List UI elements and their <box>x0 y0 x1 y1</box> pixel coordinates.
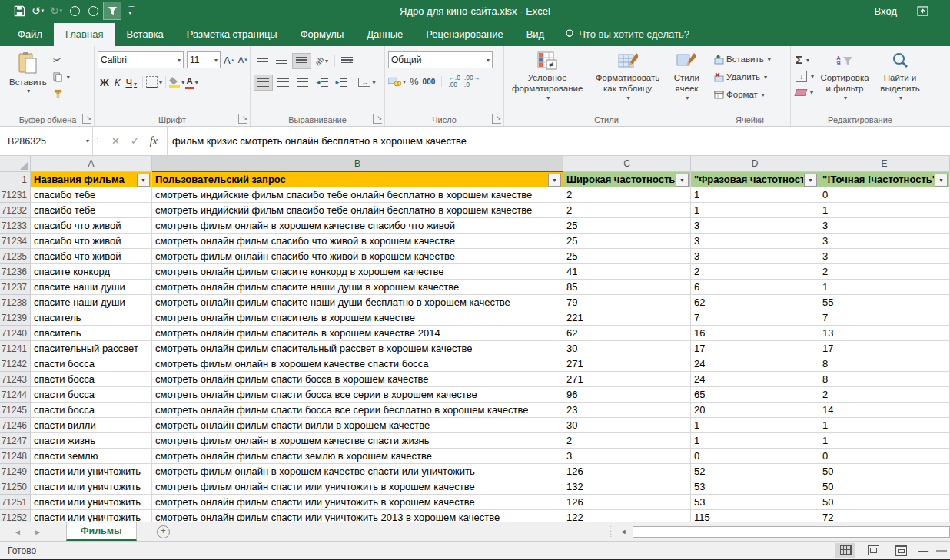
header-cell-E[interactable]: "!Точная !частотность" <box>819 172 950 187</box>
cell-D71238[interactable]: 62 <box>691 295 819 310</box>
percent-style-button[interactable]: % <box>410 76 419 88</box>
cell-D71235[interactable]: 3 <box>691 249 819 264</box>
decrease-font-icon[interactable]: A▼ <box>238 55 248 65</box>
alignment-dialog-launcher-icon[interactable]: ↘ <box>373 114 382 124</box>
cell-C71250[interactable]: 132 <box>563 479 691 495</box>
cell-B71235[interactable]: смотреть фильм онлайн спасибо что живой … <box>152 249 563 264</box>
italic-button[interactable]: К <box>112 77 123 88</box>
sign-in-link[interactable]: Вход <box>875 5 897 17</box>
insert-function-icon[interactable]: fx <box>150 135 158 147</box>
decrease-indent-icon[interactable]: ◄ <box>313 75 331 90</box>
cell-B71232[interactable]: смотреть индийский фильм спасибо тебе он… <box>152 203 563 218</box>
cell-E71242[interactable]: 8 <box>819 356 950 372</box>
cell-A71240[interactable]: спаситель <box>31 326 152 341</box>
fill-color-button[interactable] <box>169 77 184 88</box>
decrease-decimal-icon[interactable]: .00→.0 <box>464 75 480 88</box>
font-name-combo[interactable]: Calibri <box>98 51 184 68</box>
cell-E71245[interactable]: 14 <box>819 403 950 418</box>
filter-dropdown-icon[interactable] <box>804 174 817 187</box>
select-all-corner[interactable] <box>0 156 31 172</box>
cell-B71248[interactable]: смотреть онлайн фильм спасти землю в хор… <box>152 449 563 464</box>
cell-E71249[interactable]: 50 <box>819 464 950 479</box>
row-header-1[interactable]: 1 <box>0 172 31 187</box>
cell-C71249[interactable]: 126 <box>563 464 691 479</box>
cell-D71233[interactable]: 3 <box>691 218 819 234</box>
cell-D71240[interactable]: 16 <box>691 326 819 341</box>
cell-C71231[interactable]: 2 <box>563 187 691 203</box>
cell-E71235[interactable]: 3 <box>819 249 950 264</box>
row-header-71248[interactable]: 71248 <box>0 449 31 464</box>
page-break-view-icon[interactable] <box>891 543 911 558</box>
row-header-71245[interactable]: 71245 <box>0 403 31 418</box>
row-header-71236[interactable]: 71236 <box>0 264 31 280</box>
cell-A71246[interactable]: спасти вилли <box>31 418 152 433</box>
cell-E71236[interactable]: 2 <box>819 264 950 280</box>
cell-C71245[interactable]: 23 <box>563 403 691 418</box>
tab-Вид[interactable]: Вид <box>515 23 556 46</box>
cell-B71240[interactable]: смотреть онлайн фильм спаситель в хороше… <box>152 326 563 341</box>
sort-filter-button[interactable]: АЯ Сортировка и фильтр <box>817 48 872 105</box>
cell-B71239[interactable]: смотреть онлайн фильм спаситель в хороше… <box>152 310 563 326</box>
redo-button[interactable]: ↻▾ <box>48 2 65 19</box>
row-header-71231[interactable]: 71231 <box>0 187 31 203</box>
orientation-icon[interactable]: ab <box>313 54 331 68</box>
cell-A71243[interactable]: спасти босса <box>31 372 152 387</box>
name-box-dropdown-icon[interactable]: ▾ <box>86 138 89 144</box>
number-dialog-launcher-icon[interactable]: ↘ <box>492 114 501 124</box>
cell-E71251[interactable]: 50 <box>819 495 950 510</box>
header-cell-B[interactable]: Пользовательский запрос <box>152 172 563 187</box>
cell-A71251[interactable]: спасти или уничтожить <box>31 495 152 510</box>
cell-C71248[interactable]: 3 <box>563 449 691 464</box>
cell-E71231[interactable]: 0 <box>819 187 950 203</box>
paste-button[interactable]: Вставить <box>5 48 51 98</box>
cell-B71243[interactable]: смотреть онлайн фильм спасти босса в хор… <box>152 372 563 387</box>
row-header-71233[interactable]: 71233 <box>0 218 31 234</box>
cell-A71247[interactable]: спасти жизнь <box>31 433 152 449</box>
next-sheet-icon[interactable]: ► <box>34 528 42 536</box>
header-cell-D[interactable]: "Фразовая частотность" <box>691 172 819 187</box>
cell-E71239[interactable]: 7 <box>819 310 950 326</box>
cell-D71243[interactable]: 24 <box>691 372 819 387</box>
cell-D71250[interactable]: 53 <box>691 479 819 495</box>
cell-B71250[interactable]: смотреть фильм онлайн спасти или уничтож… <box>152 479 563 495</box>
delete-cells-button[interactable]: Удалить <box>712 70 769 84</box>
cell-C71251[interactable]: 126 <box>563 495 691 510</box>
cell-E71234[interactable]: 3 <box>819 234 950 249</box>
cell-D71249[interactable]: 52 <box>691 464 819 479</box>
redo-dropdown-icon[interactable]: ▾ <box>60 8 63 14</box>
cell-A71232[interactable]: спасибо тебе <box>31 203 152 218</box>
cell-A71242[interactable]: спасти босса <box>31 356 152 372</box>
cell-B71246[interactable]: смотреть онлайн фильм спасти вилли в хор… <box>152 418 563 433</box>
zoom-out-icon[interactable]: — <box>918 545 928 556</box>
cell-A71249[interactable]: спасти или уничтожить <box>31 464 152 479</box>
cell-B71247[interactable]: смотреть фильм онлайн в хорошем качестве… <box>152 433 563 449</box>
tab-Данные[interactable]: Данные <box>355 23 414 46</box>
cell-C71237[interactable]: 85 <box>563 280 691 295</box>
cell-B71245[interactable]: смотреть онлайн фильм спасти босса все с… <box>152 403 563 418</box>
align-left-icon[interactable] <box>254 75 273 91</box>
qat-circle-icon-1[interactable] <box>66 2 83 19</box>
borders-button[interactable] <box>146 76 162 88</box>
cell-A71234[interactable]: спасибо что живой <box>31 234 152 249</box>
cell-E71244[interactable]: 2 <box>819 387 950 403</box>
font-dialog-launcher-icon[interactable]: ↘ <box>238 114 247 124</box>
cell-E71252[interactable]: 72 <box>819 510 950 522</box>
accounting-format-icon[interactable] <box>388 77 406 87</box>
cell-A71239[interactable]: спаситель <box>31 310 152 326</box>
formula-input[interactable] <box>168 127 950 155</box>
horizontal-scroll-thumb[interactable] <box>633 526 950 538</box>
cell-C71252[interactable]: 122 <box>563 510 691 522</box>
align-center-icon[interactable] <box>274 75 292 90</box>
cell-C71234[interactable]: 25 <box>563 234 691 249</box>
column-header-E[interactable]: E <box>819 156 950 172</box>
autosum-button[interactable]: Σ <box>794 53 815 67</box>
row-header-71249[interactable]: 71249 <box>0 464 31 479</box>
row-header-71240[interactable]: 71240 <box>0 326 31 341</box>
increase-font-icon[interactable]: A▲ <box>224 55 235 66</box>
cell-A71237[interactable]: спасите наши души <box>31 280 152 295</box>
cell-D71245[interactable]: 20 <box>691 403 819 418</box>
row-header-71242[interactable]: 71242 <box>0 356 31 372</box>
cell-B71234[interactable]: смотреть онлайн фильм спасибо что живой … <box>152 234 563 249</box>
cell-E71233[interactable]: 3 <box>819 218 950 234</box>
cell-A71244[interactable]: спасти босса <box>31 387 152 403</box>
